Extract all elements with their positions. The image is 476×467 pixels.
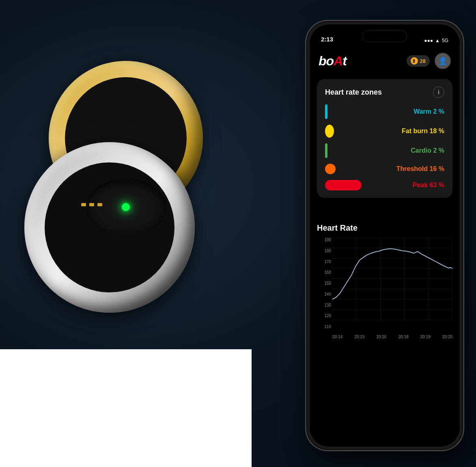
card-title: Heart rate zones: [325, 88, 382, 97]
warm-bar: [325, 104, 327, 119]
white-bottom-panel: [0, 349, 252, 467]
chart-svg: [332, 238, 452, 330]
avatar-icon: 👤: [438, 56, 447, 65]
fatburn-oval: [325, 125, 334, 138]
x-label-2018: 20:18: [398, 335, 409, 339]
x-label-2020: 20:20: [442, 335, 452, 339]
zone-row-cardio: Cardio 2 %: [325, 143, 444, 158]
phone-outer-shell: 2:13 ●●● ▲ 5G boAt ₿ 28: [306, 20, 464, 451]
threshold-circle: [325, 164, 336, 174]
card-header: Heart rate zones i: [325, 86, 444, 98]
hr-chart-section: Heart Rate 190 180 170 160 150 140 130 1…: [317, 223, 452, 439]
x-label-2016: 20:16: [376, 335, 386, 339]
warm-label: Warm 2 %: [414, 108, 444, 115]
header-right: ₿ 28 👤: [407, 53, 451, 69]
coin-icon: ₿: [411, 57, 418, 65]
app-header: boAt ₿ 28 👤: [310, 47, 460, 75]
x-label-2014: 20:14: [332, 335, 342, 339]
hr-chart-title: Heart Rate: [317, 223, 452, 233]
app-logo: boAt: [319, 54, 347, 69]
ring-illustration: [24, 53, 235, 305]
gold-contacts: [81, 203, 102, 206]
coin-count: 28: [420, 58, 426, 64]
x-label-2019: 20:19: [420, 335, 431, 339]
y-label-190: 190: [317, 238, 331, 242]
wifi-icon: ▲: [435, 38, 440, 43]
gold-contact-1: [81, 203, 86, 206]
ring-image-area: [0, 24, 260, 333]
signal-icon: ●●●: [424, 38, 433, 43]
cardio-indicator: [325, 143, 327, 158]
threshold-label: Threshold 16 %: [396, 165, 444, 173]
zone-row-fatburn: Fat burn 18 %: [325, 125, 444, 138]
y-label-120: 120: [317, 313, 331, 318]
warm-indicator: [325, 104, 327, 119]
phone-device: 2:13 ●●● ▲ 5G boAt ₿ 28: [306, 20, 464, 451]
zone-row-warm: Warm 2 %: [325, 104, 444, 119]
sensor-green-light: [122, 203, 130, 211]
status-time: 2:13: [321, 36, 333, 43]
threshold-indicator: [325, 164, 336, 174]
y-label-150: 150: [317, 281, 331, 285]
y-label-130: 130: [317, 303, 331, 307]
y-label-110: 110: [317, 324, 331, 329]
status-icons: ●●● ▲ 5G: [424, 38, 448, 43]
fatburn-indicator: [325, 125, 334, 138]
zone-row-peak: Peak 63 %: [325, 180, 444, 190]
info-button[interactable]: i: [433, 86, 444, 98]
phone-screen: 2:13 ●●● ▲ 5G boAt ₿ 28: [310, 24, 460, 447]
peak-wide-bar: [325, 180, 362, 190]
y-label-140: 140: [317, 292, 331, 296]
sensor-area: [85, 179, 166, 236]
gold-contact-2: [89, 203, 94, 206]
dynamic-island: [362, 30, 407, 42]
heart-rate-line: [332, 249, 452, 299]
gold-contact-3: [97, 203, 102, 206]
x-label-2015: 20:15: [354, 335, 364, 339]
avatar[interactable]: 👤: [435, 53, 451, 69]
y-label-180: 180: [317, 249, 331, 253]
logo-red-a: A: [334, 54, 342, 68]
zone-row-threshold: Threshold 16 %: [325, 164, 444, 174]
battery-icon: 5G: [442, 38, 448, 43]
chart-area: 190 180 170 160 150 140 130 120 110: [317, 238, 452, 339]
x-axis-labels: 20:14 20:15 20:16 20:18 20:19 20:20: [332, 335, 452, 339]
y-axis-labels: 190 180 170 160 150 140 130 120 110: [317, 238, 331, 329]
fatburn-label: Fat burn 18 %: [402, 128, 444, 135]
cardio-bar: [325, 143, 327, 158]
cardio-label: Cardio 2 %: [411, 147, 444, 154]
peak-indicator: [325, 180, 362, 190]
coin-badge: ₿ 28: [407, 55, 430, 67]
y-label-160: 160: [317, 270, 331, 275]
peak-label: Peak 63 %: [413, 182, 444, 189]
hr-zones-card: Heart rate zones i Warm 2 % Fat burn 18 …: [317, 79, 452, 198]
y-label-170: 170: [317, 259, 331, 264]
